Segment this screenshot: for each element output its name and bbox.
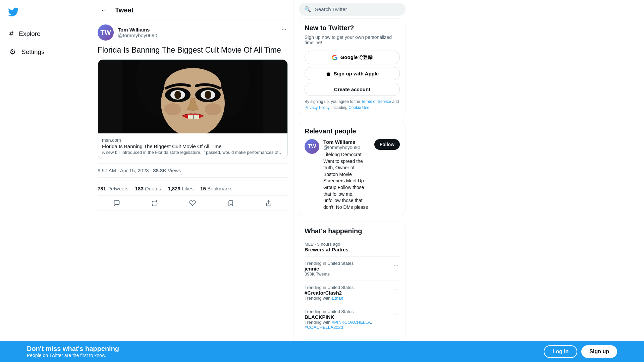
author-avatar[interactable]: TW xyxy=(98,24,114,41)
heart-icon xyxy=(189,200,196,206)
author-info: TW Tom Williams @tommyboy0690 xyxy=(98,24,157,41)
google-icon xyxy=(332,55,338,61)
retweets-stat[interactable]: 781 Retweets xyxy=(98,186,128,191)
svg-point-14 xyxy=(164,103,181,115)
right-sidebar: 🔍 New to Twitter? Sign up now to get you… xyxy=(293,0,411,362)
ethan-link[interactable]: Ethan xyxy=(332,296,343,301)
relevant-people-title: Relevant people xyxy=(305,127,400,135)
trend-name-mlb[interactable]: Brewers at Padres xyxy=(305,247,348,252)
person-row: TW Tom Williams @tommyboy0690 Lifelong D… xyxy=(305,139,400,210)
search-wrapper[interactable]: 🔍 xyxy=(299,3,406,16)
tweet-actions-bar xyxy=(98,196,288,211)
tweet-card-body: msn.com Florida Is Banning The Biggest C… xyxy=(98,133,287,159)
trend-item-jennie: Trending in United States jennie 398K Tw… xyxy=(305,257,400,281)
bookmark-button[interactable] xyxy=(225,197,237,209)
card-domain: msn.com xyxy=(102,137,283,143)
retweet-icon xyxy=(151,200,158,206)
twitter-logo[interactable] xyxy=(4,3,88,23)
author-handle: @tommyboy0690 xyxy=(118,33,157,38)
retweet-label: Retweets xyxy=(107,186,128,191)
bookmark-count: 15 xyxy=(200,186,206,191)
twitter-bird-icon xyxy=(8,7,19,17)
follow-button[interactable]: Follow xyxy=(374,139,400,150)
tweet-card-image xyxy=(98,60,287,133)
like-button[interactable] xyxy=(186,197,199,209)
bottom-signup-button[interactable]: Sign up xyxy=(581,345,617,358)
new-to-twitter-title: New to Twitter? xyxy=(305,24,400,32)
sidebar-settings-label: Settings xyxy=(21,48,45,56)
pinkcoachella-link[interactable]: #PINKCOACHELLA xyxy=(332,320,371,325)
person-bio: Lifelong Democrat Want to spread the tru… xyxy=(323,152,370,210)
search-bar: 🔍 xyxy=(299,0,406,18)
share-button[interactable] xyxy=(263,197,275,209)
retweet-count: 781 xyxy=(98,186,106,191)
cookie-use-link[interactable]: Cookie Use xyxy=(348,105,369,110)
trend-name-jennie[interactable]: jennie xyxy=(305,266,354,272)
trend-more-jennie[interactable]: ··· xyxy=(392,261,400,270)
quotes-stat[interactable]: 183 Quotes xyxy=(135,186,161,191)
sidebar-item-explore[interactable]: # Explore xyxy=(4,25,88,42)
likes-count: 1,829 xyxy=(168,186,180,191)
bottom-login-button[interactable]: Log in xyxy=(544,345,577,358)
share-icon xyxy=(265,200,272,206)
card-image-svg xyxy=(122,60,263,133)
apple-icon xyxy=(326,71,331,76)
trend-item-blackpink: Trending in United States BLACKPINK Tren… xyxy=(305,305,400,334)
tweet-text: Florida Is Banning The Biggest Cult Movi… xyxy=(98,45,288,55)
timestamp-text: 9:57 AM · Apr 15, 2023 xyxy=(98,168,149,173)
tweet-timestamp: 9:57 AM · Apr 15, 2023 · 88.8K Views xyxy=(98,163,288,178)
trend-name-blackpink[interactable]: BLACKPINK xyxy=(305,314,392,320)
google-signup-button[interactable]: Googleで登録 xyxy=(305,51,400,64)
person-name: Tom Williams xyxy=(323,139,370,145)
trend-count-blackpink: Trending with #PINKCOACHELLA, #COACHELLA… xyxy=(305,320,392,330)
view-count: 88.8K xyxy=(153,168,166,173)
sidebar-item-settings[interactable]: ⚙ Settings xyxy=(4,44,88,60)
bottom-bar-title: Don't miss what's happening xyxy=(27,345,119,353)
bookmarks-stat[interactable]: 15 Bookmarks xyxy=(200,186,232,191)
person-avatar[interactable]: TW xyxy=(305,139,319,154)
back-button[interactable]: ← xyxy=(98,4,110,16)
coachella2023-link[interactable]: #COACHELLA2023 xyxy=(305,325,343,330)
tweet-page-header: ← Tweet xyxy=(92,0,293,20)
trend-count-creatorclash: Trending with Ethan xyxy=(305,296,354,301)
create-account-button[interactable]: Create account xyxy=(305,83,400,96)
create-btn-label: Create account xyxy=(334,86,370,92)
new-to-twitter-subtitle: Sign up now to get your own personalized… xyxy=(305,35,400,45)
bottom-bar-subtitle: People on Twitter are the first to know. xyxy=(27,353,119,358)
sidebar: # Explore ⚙ Settings xyxy=(0,0,92,362)
bottom-bar-text: Don't miss what's happening People on Tw… xyxy=(27,345,119,358)
trend-content-creatorclash: Trending in United States #CreatorClash2… xyxy=(305,285,354,301)
tweet-link-card[interactable]: msn.com Florida Is Banning The Biggest C… xyxy=(98,59,288,159)
trend-content-mlb: MLB · 5 hours ago Brewers at Padres xyxy=(305,242,348,252)
trend-more-blackpink[interactable]: ··· xyxy=(392,309,400,319)
svg-point-9 xyxy=(174,91,181,99)
google-btn-label: Googleで登録 xyxy=(340,54,373,61)
trend-content-blackpink: Trending in United States BLACKPINK Tren… xyxy=(305,309,392,330)
whats-happening-section: What's happening MLB · 5 hours ago Brewe… xyxy=(299,222,406,340)
avatar-placeholder: TW xyxy=(98,24,114,41)
trend-count-jennie: 398K Tweets xyxy=(305,272,354,277)
trend-item-mlb: MLB · 5 hours ago Brewers at Padres xyxy=(305,238,400,257)
terms-text: By signing up, you agree to the Terms of… xyxy=(305,99,400,111)
search-input[interactable] xyxy=(315,6,400,12)
retweet-button[interactable] xyxy=(149,197,161,209)
privacy-policy-link[interactable]: Privacy Policy xyxy=(305,105,329,110)
tweet-more-button[interactable]: ··· xyxy=(280,24,288,34)
bookmark-icon xyxy=(227,200,234,206)
person-avatar-placeholder: TW xyxy=(305,139,319,154)
reply-button[interactable] xyxy=(111,197,123,209)
trend-name-creatorclash[interactable]: #CreatorClash2 xyxy=(305,290,354,296)
author-name: Tom Williams xyxy=(118,27,157,33)
apple-btn-label: Sign up with Apple xyxy=(334,71,379,76)
likes-label: Likes xyxy=(182,186,194,191)
apple-signup-button[interactable]: Sign up with Apple xyxy=(305,67,400,80)
search-icon: 🔍 xyxy=(304,6,311,12)
reply-icon xyxy=(113,200,120,206)
trend-content-jennie: Trending in United States jennie 398K Tw… xyxy=(305,261,354,277)
terms-of-service-link[interactable]: Terms of Service xyxy=(361,99,391,104)
likes-stat[interactable]: 1,829 Likes xyxy=(168,186,194,191)
main-content: ← Tweet TW Tom Williams @tommyboy0690 ··… xyxy=(92,0,293,362)
trend-more-creatorclash[interactable]: ··· xyxy=(392,285,400,295)
bottom-bar-actions: Log in Sign up xyxy=(544,345,617,358)
svg-point-10 xyxy=(205,91,211,99)
